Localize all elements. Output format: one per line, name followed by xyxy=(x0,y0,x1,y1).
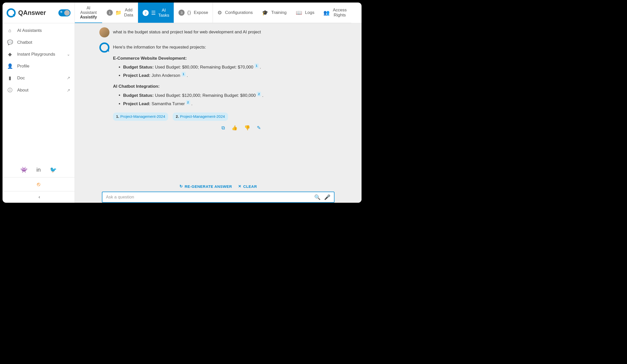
edit-icon[interactable]: ✎ xyxy=(257,124,261,132)
nav-doc[interactable]: ▮ Doc ↗ xyxy=(3,72,75,84)
nav-profile[interactable]: 👤 Profile xyxy=(3,60,75,72)
doc-icon: ▮ xyxy=(7,75,13,81)
regenerate-button[interactable]: ↻ RE-GENERATE ANSWER xyxy=(180,184,232,189)
list-icon: ☰ xyxy=(151,10,156,16)
project-2-title: AI Chatbot Integration: xyxy=(113,83,263,90)
home-icon: ⌂ xyxy=(7,28,13,33)
external-link-icon: ↗ xyxy=(67,76,70,80)
tab-logs[interactable]: 📖 Logs xyxy=(291,3,319,23)
nav-about[interactable]: ⓘ About ↗ xyxy=(3,84,75,97)
tab-training[interactable]: 🎓 Training xyxy=(257,3,291,23)
logo-area: QAnswer xyxy=(3,3,75,23)
collapse-sidebar-button[interactable]: ‹‹ xyxy=(3,191,75,203)
people-icon: 👥 xyxy=(323,10,330,16)
external-link-icon: ↗ xyxy=(67,88,70,93)
graduation-icon: 🎓 xyxy=(262,10,268,16)
refresh-icon: ↻ xyxy=(180,184,183,189)
step-num-2: 2 xyxy=(143,10,149,16)
logo-icon xyxy=(7,8,16,17)
project-1-title: E-Commerce Website Development: xyxy=(113,55,263,62)
project-1-budget: Budget Status: Used Budget: $80,000; Rem… xyxy=(123,63,263,70)
theme-toggle[interactable] xyxy=(58,9,71,16)
book-icon: 📖 xyxy=(296,10,302,16)
assistant-line1: AI xyxy=(86,6,90,10)
nav-instant-playgrounds[interactable]: ◆ Instant Playgrounds ⌄ xyxy=(3,48,75,60)
nav-chatbot[interactable]: 💬 Chatbot xyxy=(3,36,75,48)
mic-icon[interactable]: 🎤 xyxy=(324,194,330,200)
assistant-line3: Assistify xyxy=(80,15,97,19)
chat-icon: 💬 xyxy=(7,39,13,45)
source-1[interactable]: 1. Project-Management-2024 xyxy=(113,112,168,121)
user-avatar xyxy=(99,27,109,37)
discord-icon[interactable]: 👾 xyxy=(20,167,27,173)
sidebar: ⌂ AI Assistants 💬 Chatbot ◆ Instant Play… xyxy=(3,23,75,203)
citation-badge[interactable]: 2 xyxy=(186,100,190,105)
project-1-lead: Project Lead: John Anderson 1 . xyxy=(123,72,263,79)
linkedin-icon[interactable]: in xyxy=(36,167,41,173)
search-icon[interactable]: 🔍 xyxy=(314,194,321,200)
tab-expose[interactable]: 3 ⟨⟩ Expose xyxy=(174,3,213,23)
gear-icon: ⚙ xyxy=(217,10,222,16)
step-num-1: 1 xyxy=(107,10,113,16)
user-message: what is the budget status and project le… xyxy=(99,25,337,40)
logout-button[interactable]: ⎋ xyxy=(3,177,75,191)
citation-badge[interactable]: 1 xyxy=(255,63,259,68)
shapes-icon: ◆ xyxy=(7,51,13,57)
nav-ai-assistants[interactable]: ⌂ AI Assistants xyxy=(3,25,75,36)
close-icon: ✕ xyxy=(238,184,242,189)
thumbs-down-icon[interactable]: 👎 xyxy=(244,124,250,132)
brand-name: QAnswer xyxy=(18,9,46,16)
project-2-budget: Budget Status: Used Budget: $120,000; Re… xyxy=(123,92,263,99)
source-2[interactable]: 2. Project-Management-2024 xyxy=(173,112,228,121)
tab-ai-tasks[interactable]: 2 ☰ AITasks xyxy=(138,3,174,23)
twitter-icon[interactable]: 🐦 xyxy=(50,167,57,173)
clear-button[interactable]: ✕ CLEAR xyxy=(238,184,257,189)
integration-icon: ⟨⟩ xyxy=(187,10,191,16)
assistant-label[interactable]: AI Assistant Assistify xyxy=(75,3,102,23)
citation-badge[interactable]: 1 xyxy=(182,72,186,77)
bot-avatar xyxy=(99,42,109,53)
question-input[interactable] xyxy=(106,195,314,200)
answer-intro: Here's the information for the requested… xyxy=(113,44,263,51)
tab-access-rights[interactable]: 👥 AccessRights xyxy=(319,3,351,23)
question-input-container: 🔍 🎤 xyxy=(102,192,334,203)
chevron-down-icon: ⌄ xyxy=(67,52,70,57)
project-2-lead: Project Lead: Samantha Turner 2 . xyxy=(123,100,263,107)
profile-icon: 👤 xyxy=(7,63,13,69)
info-icon: ⓘ xyxy=(7,87,13,94)
copy-icon[interactable]: ⧉ xyxy=(221,124,225,132)
user-question-text: what is the budget status and project le… xyxy=(113,27,261,37)
tab-add-data[interactable]: 1 📁 AddData xyxy=(102,3,138,23)
tab-configurations[interactable]: ⚙ Configurations xyxy=(213,3,257,23)
bot-message: Here's the information for the requested… xyxy=(99,40,337,134)
citation-badge[interactable]: 2 xyxy=(257,92,261,97)
step-num-3: 3 xyxy=(178,10,185,16)
assistant-line2: Assistant xyxy=(80,10,97,15)
folder-icon: 📁 xyxy=(115,10,122,16)
thumbs-up-icon[interactable]: 👍 xyxy=(232,124,238,132)
